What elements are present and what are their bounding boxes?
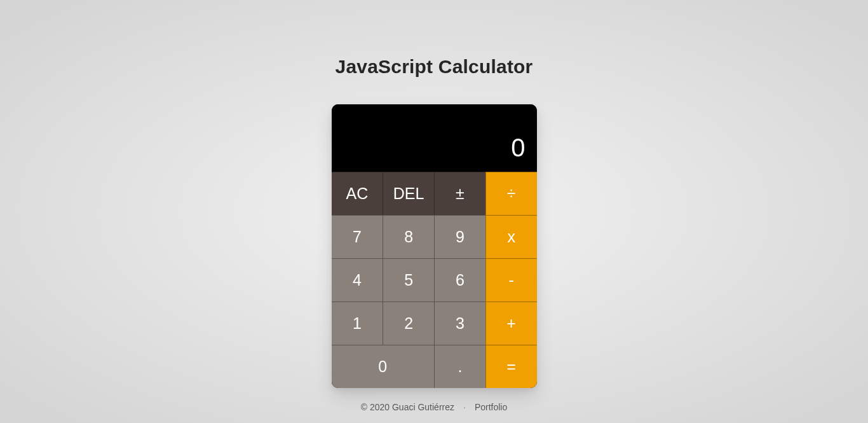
digit-2-button[interactable]: 2 — [383, 302, 434, 345]
calculator-display: 0 — [332, 104, 537, 172]
digit-6-button[interactable]: 6 — [434, 258, 485, 302]
digit-8-button[interactable]: 8 — [383, 215, 434, 258]
calculator: 0 AC DEL ± ÷ 7 8 9 x 4 5 6 - 1 2 3 + 0 .… — [332, 104, 537, 388]
equals-button[interactable]: = — [485, 345, 537, 388]
add-button[interactable]: + — [485, 302, 537, 345]
copyright-text: © 2020 Guaci Gutiérrez — [361, 402, 454, 412]
calculator-keypad: AC DEL ± ÷ 7 8 9 x 4 5 6 - 1 2 3 + 0 . = — [332, 172, 537, 388]
digit-5-button[interactable]: 5 — [383, 258, 434, 302]
footer-separator: · — [463, 402, 466, 412]
all-clear-button[interactable]: AC — [332, 172, 383, 215]
digit-1-button[interactable]: 1 — [332, 302, 383, 345]
multiply-button[interactable]: x — [485, 215, 537, 258]
sign-toggle-button[interactable]: ± — [434, 172, 485, 215]
decimal-button[interactable]: . — [434, 345, 485, 388]
page-title: JavaScript Calculator — [336, 56, 533, 78]
delete-button[interactable]: DEL — [383, 172, 434, 215]
digit-0-button[interactable]: 0 — [332, 345, 435, 388]
digit-9-button[interactable]: 9 — [434, 215, 485, 258]
divide-button[interactable]: ÷ — [485, 172, 537, 215]
digit-4-button[interactable]: 4 — [332, 258, 383, 302]
footer: © 2020 Guaci Gutiérrez · Portfolio — [361, 402, 508, 412]
subtract-button[interactable]: - — [485, 258, 537, 302]
digit-7-button[interactable]: 7 — [332, 215, 383, 258]
portfolio-link[interactable]: Portfolio — [475, 402, 507, 412]
digit-3-button[interactable]: 3 — [434, 302, 485, 345]
